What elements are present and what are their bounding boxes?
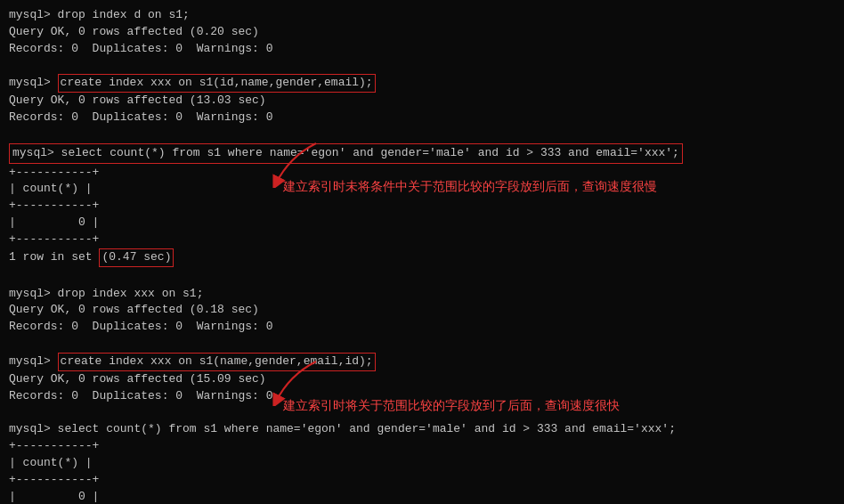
line-5: mysql> create index xxx on s1(id,name,ge…	[9, 74, 835, 93]
line-16	[9, 267, 835, 284]
time-slow: (0.47 sec)	[99, 248, 174, 267]
line-4	[9, 58, 835, 75]
line-14: +-----------+	[9, 232, 835, 248]
create-index-2: create index xxx on s1(name,gender,email…	[58, 353, 376, 371]
line-6: Query OK, 0 rows affected (13.03 sec)	[9, 93, 835, 110]
annotation-1: 建立索引时未将条件中关于范围比较的字段放到后面，查询速度很慢	[283, 178, 657, 196]
line-7: Records: 0 Duplicates: 0 Warnings: 0	[9, 110, 835, 126]
line-22: Query OK, 0 rows affected (15.09 sec)	[9, 371, 835, 388]
select-query-1: mysql> select count(*) from s1 where nam…	[9, 143, 683, 164]
create-index-1: create index xxx on s1(id,name,gender,em…	[58, 74, 376, 93]
terminal: mysql> drop index d on s1; Query OK, 0 r…	[9, 7, 835, 497]
line-26: +-----------+	[9, 438, 835, 455]
line-19: Records: 0 Duplicates: 0 Warnings: 0	[9, 319, 835, 336]
line-20	[9, 336, 835, 353]
line-21: mysql> create index xxx on s1(name,gende…	[9, 353, 835, 371]
line-18: Query OK, 0 rows affected (0.18 sec)	[9, 302, 835, 319]
line-29: | 0 |	[9, 489, 835, 504]
line-25: mysql> select count(*) from s1 where nam…	[9, 421, 835, 438]
line-12: +-----------+	[9, 198, 835, 215]
line-3: Records: 0 Duplicates: 0 Warnings: 0	[9, 41, 835, 58]
line-28: +-----------+	[9, 472, 835, 489]
line-13: | 0 |	[9, 215, 835, 232]
line-1: mysql> drop index d on s1;	[9, 7, 835, 24]
line-17: mysql> drop index xxx on s1;	[9, 286, 835, 303]
line-8	[9, 126, 835, 143]
line-2: Query OK, 0 rows affected (0.20 sec)	[9, 24, 835, 41]
annotation-2: 建立索引时将关于范围比较的字段放到了后面，查询速度很快	[283, 397, 620, 415]
line-27: | count(*) |	[9, 455, 835, 472]
line-15: 1 row in set (0.47 sec)	[9, 248, 835, 267]
line-9: mysql> select count(*) from s1 where nam…	[12, 145, 679, 162]
